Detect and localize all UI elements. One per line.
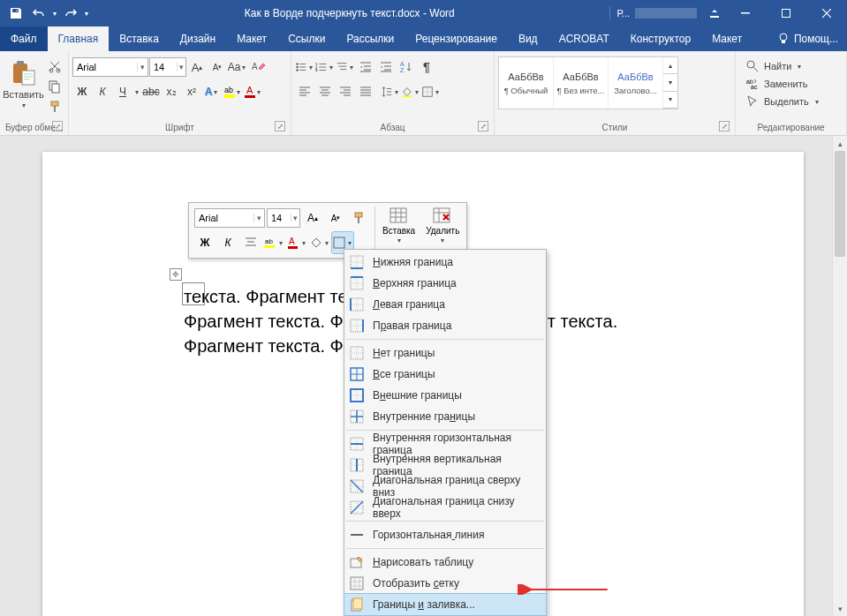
tell-me[interactable]: Помощ... [768, 26, 847, 51]
undo-button[interactable] [28, 3, 49, 24]
menu-item-border-outside[interactable]: Внешние границы [344, 385, 546, 406]
italic-button[interactable]: К [93, 82, 112, 101]
menu-item-border-diag-up[interactable]: Диагональная граница снизу вверх [344, 497, 546, 518]
replace-button[interactable]: abacЗаменить [743, 76, 823, 92]
mini-bold[interactable]: Ж [194, 232, 216, 253]
mini-font-combo[interactable]: ▾ [194, 208, 265, 228]
tab-references[interactable]: Ссылки [277, 26, 336, 51]
mini-shading[interactable]: ▾ [309, 232, 330, 253]
chevron-down-icon[interactable]: ▾ [137, 63, 147, 71]
font-name-input[interactable] [73, 62, 137, 72]
maximize-button[interactable] [766, 0, 806, 26]
justify-button[interactable] [356, 82, 375, 101]
font-launcher[interactable]: ⤢ [275, 121, 285, 131]
scroll-up[interactable]: ▴ [833, 136, 847, 151]
tab-review[interactable]: Рецензирование [405, 26, 508, 51]
menu-item-border-left[interactable]: Левая граница [344, 294, 546, 315]
menu-item-border-diag-down[interactable]: Диагональная граница сверху вниз [344, 476, 546, 497]
indent-decrease-button[interactable] [356, 57, 375, 77]
underline-button[interactable]: Ч [113, 82, 132, 101]
close-button[interactable] [806, 0, 847, 26]
underline-dropdown[interactable]: ▾ [133, 88, 140, 96]
copy-button[interactable] [45, 77, 64, 96]
tab-table-design[interactable]: Конструктор [620, 26, 701, 51]
mini-delete-button[interactable]: Удалить▾ [420, 205, 465, 247]
strike-button[interactable]: abc [141, 82, 161, 101]
font-size-input[interactable] [150, 62, 177, 72]
find-button[interactable]: Найти▾ [743, 58, 823, 74]
clipboard-launcher[interactable]: ⤢ [52, 121, 63, 131]
tab-design[interactable]: Дизайн [170, 26, 226, 51]
shading-button[interactable]: ▾ [401, 82, 420, 101]
align-right-button[interactable] [336, 82, 355, 101]
document-page[interactable]: ✥ текста. Фрагмент текста. Фрагмент текс… [42, 152, 804, 616]
bullets-button[interactable]: ▾ [295, 57, 314, 77]
menu-item-border-top[interactable]: Верхняя граница [344, 273, 546, 294]
tab-mailings[interactable]: Рассылки [336, 26, 405, 51]
scroll-down[interactable]: ▾ [833, 601, 847, 616]
borders-button[interactable]: ▾ [421, 82, 441, 101]
grow-font-button[interactable]: A▴ [187, 57, 207, 77]
font-name-combo[interactable]: ▾ [72, 57, 148, 77]
gallery-down[interactable]: ▾ [663, 74, 677, 91]
minimize-button[interactable] [725, 0, 766, 26]
menu-item-border-bottom[interactable]: Нижняя граница [344, 252, 546, 273]
menu-item-view-grid[interactable]: Отобразить сетку [344, 573, 546, 594]
align-left-button[interactable] [295, 82, 314, 101]
qat-customize[interactable]: ▾ [83, 10, 90, 18]
style-heading1[interactable]: АаБбВвЗаголово... [609, 57, 663, 109]
menu-item-hr[interactable]: Горизонтальная линия [344, 524, 546, 545]
menu-item-draw-table[interactable]: Нарисовать таблицу [344, 552, 546, 573]
tab-layout[interactable]: Макет [226, 26, 277, 51]
font-color-button[interactable]: A▾ [243, 82, 262, 101]
mini-shrink-font[interactable]: A▾ [325, 207, 346, 229]
mini-format-painter[interactable] [348, 207, 369, 229]
menu-item-border-hin[interactable]: Внутренняя горизонтальная граница [344, 433, 546, 454]
sort-button[interactable]: AZ [397, 57, 416, 77]
tab-table-layout[interactable]: Макет [701, 26, 752, 51]
shrink-font-button[interactable]: A▾ [208, 57, 227, 77]
style-no-spacing[interactable]: АаБбВв¶ Без инте... [554, 57, 609, 109]
user-account[interactable]: Р... [609, 6, 704, 20]
line-spacing-button[interactable]: ▾ [381, 82, 400, 101]
ribbon-options-button[interactable] [704, 0, 725, 26]
menu-item-border-none[interactable]: Нет границы [344, 342, 546, 364]
multilevel-button[interactable]: ▾ [336, 57, 355, 77]
highlight-button[interactable]: ab▾ [223, 82, 242, 101]
redo-button[interactable] [60, 3, 81, 24]
mini-highlight[interactable]: ab▾ [263, 232, 284, 253]
mini-align[interactable] [240, 232, 261, 253]
style-normal[interactable]: АаБбВв¶ Обычный [499, 57, 554, 109]
chevron-down-icon[interactable]: ▾ [177, 63, 185, 71]
bold-button[interactable]: Ж [72, 82, 92, 101]
format-painter-button[interactable] [45, 97, 64, 116]
select-button[interactable]: Выделить▾ [743, 94, 823, 109]
show-marks-button[interactable]: ¶ [417, 57, 436, 77]
mini-font-color[interactable]: A▾ [286, 232, 307, 253]
text-effects-button[interactable]: A▾ [202, 82, 222, 101]
menu-item-borders-shading[interactable]: Границы и заливка... [344, 594, 546, 615]
superscript-button[interactable]: x² [182, 82, 201, 101]
indent-increase-button[interactable] [376, 57, 396, 77]
paste-button[interactable]: Вставить ▾ [4, 56, 43, 112]
tab-view[interactable]: Вид [508, 26, 548, 51]
tab-home[interactable]: Главная [48, 26, 110, 51]
styles-launcher[interactable]: ⤢ [719, 121, 730, 131]
menu-item-border-all[interactable]: Все границы [344, 364, 546, 385]
tab-acrobat[interactable]: ACROBAT [548, 26, 620, 51]
tab-insert[interactable]: Вставка [109, 26, 170, 51]
align-center-button[interactable] [315, 82, 335, 101]
paragraph-launcher[interactable]: ⤢ [478, 121, 488, 131]
menu-item-border-vin[interactable]: Внутренняя вертикальная граница [344, 454, 546, 476]
menu-item-border-right[interactable]: Правая граница [344, 315, 546, 336]
gallery-up[interactable]: ▴ [663, 57, 677, 74]
change-case-button[interactable]: Aa▾ [228, 57, 247, 77]
undo-dropdown[interactable]: ▾ [51, 10, 58, 18]
table-move-handle[interactable]: ✥ [170, 268, 182, 281]
gallery-more[interactable]: ▾ [663, 92, 677, 109]
save-button[interactable] [5, 3, 26, 24]
menu-item-border-inside[interactable]: Внутренние границы [344, 406, 546, 427]
numbering-button[interactable]: 123▾ [315, 57, 335, 77]
mini-size-combo[interactable]: ▾ [267, 208, 300, 228]
subscript-button[interactable]: x₂ [162, 82, 181, 101]
